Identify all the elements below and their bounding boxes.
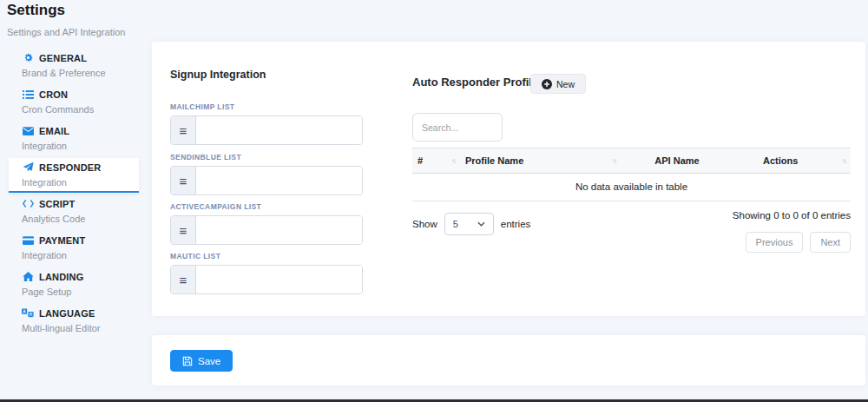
pagination-summary: Showing 0 to 0 of 0 entries [733, 210, 851, 221]
auto-responder-section: Auto Responder Profile New #↑↓ Profile N… [412, 42, 851, 316]
responder-table: #↑↓ Profile Name↑↓ API Name Actions↑↓ No… [412, 148, 851, 201]
empty-table-message: No data available in table [412, 174, 851, 201]
credit-card-icon [22, 234, 34, 246]
sidebar-item-label: LANDING [39, 272, 84, 282]
sidebar-item-cron[interactable]: CRON Cron Commands [0, 85, 146, 122]
page-title: Settings [7, 2, 125, 19]
sidebar-item-email[interactable]: EMAIL Integration [0, 122, 146, 158]
settings-main-card: Signup Integration MAILCHIMP LIST ≡ SEND… [152, 42, 865, 316]
empty-table-row: No data available in table [412, 174, 851, 201]
column-header-api-name[interactable]: API Name [621, 148, 733, 174]
sidebar-item-sublabel: Brand & Preference [22, 68, 146, 78]
pagination-controls: Previous Next [746, 232, 851, 253]
entries-label: entries [501, 219, 531, 229]
mautic-list-field: MAUTIC LIST ≡ [170, 252, 363, 294]
column-header-actions[interactable]: Actions↑↓ [733, 148, 851, 174]
sendinblue-list-field: SENDINBLUE LIST ≡ [170, 153, 363, 195]
new-button-label: New [556, 79, 575, 89]
column-header-index[interactable]: #↑↓ [412, 148, 460, 174]
field-label: SENDINBLUE LIST [170, 153, 363, 161]
page-header: Settings Settings and API Integration [7, 2, 125, 37]
save-button[interactable]: Save [170, 350, 233, 372]
list-addon-icon: ≡ [171, 116, 196, 144]
activecampaign-list-field: ACTIVECAMPAIGN LIST ≡ [170, 202, 363, 245]
field-label: MAILCHIMP LIST [170, 102, 363, 111]
activecampaign-list-input[interactable] [196, 216, 362, 244]
code-icon [22, 198, 34, 209]
chevron-down-icon [477, 221, 485, 227]
sendinblue-list-input[interactable] [196, 167, 362, 194]
sidebar-item-sublabel: Page Setup [22, 287, 146, 297]
auto-responder-heading: Auto Responder Profile [412, 76, 538, 89]
save-button-label: Save [198, 356, 220, 366]
list-addon-icon: ≡ [171, 216, 196, 244]
sidebar-item-sublabel: Cron Commands [22, 104, 146, 115]
sidebar-item-sublabel: Multi-lingual Editor [22, 323, 146, 333]
sidebar-item-language[interactable]: LANGUAGE Multi-lingual Editor [0, 304, 146, 340]
sidebar-item-payment[interactable]: PAYMENT Integration [0, 231, 146, 267]
sidebar-item-sublabel: Integration [22, 141, 146, 151]
plus-circle-icon [542, 79, 552, 89]
show-label: Show [412, 219, 437, 229]
sidebar-item-label: CRON [39, 89, 68, 100]
settings-sidebar: GENERAL Brand & Preference CRON Cron Com… [0, 49, 146, 340]
task-list-icon [22, 89, 34, 100]
search-input[interactable] [412, 113, 503, 142]
save-disk-icon [182, 356, 193, 366]
mailchimp-list-input[interactable] [196, 116, 362, 144]
list-addon-icon: ≡ [171, 266, 196, 293]
field-label: ACTIVECAMPAIGN LIST [170, 202, 363, 211]
signup-integration-section: Signup Integration MAILCHIMP LIST ≡ SEND… [170, 42, 363, 316]
sort-icon: ↑↓ [842, 157, 845, 165]
list-addon-icon: ≡ [171, 167, 196, 194]
sidebar-item-label: GENERAL [39, 53, 87, 63]
sidebar-item-label: LANGUAGE [39, 308, 95, 319]
paper-plane-icon [22, 161, 34, 173]
next-button[interactable]: Next [810, 232, 851, 253]
sidebar-item-landing[interactable]: LANDING Page Setup [0, 267, 146, 304]
mailchimp-list-field: MAILCHIMP LIST ≡ [170, 102, 363, 145]
new-profile-button[interactable]: New [530, 74, 586, 94]
field-label: MAUTIC LIST [170, 252, 363, 260]
signup-integration-heading: Signup Integration [170, 69, 266, 81]
sidebar-item-script[interactable]: SCRIPT Analytics Code [0, 194, 146, 231]
sidebar-item-label: PAYMENT [39, 235, 85, 246]
mautic-list-input[interactable] [196, 266, 362, 293]
save-card: Save [152, 335, 865, 386]
page-subtitle: Settings and API Integration [7, 27, 125, 37]
sidebar-item-label: EMAIL [39, 126, 69, 136]
translate-icon [22, 307, 34, 319]
home-icon [22, 271, 34, 282]
sidebar-item-general[interactable]: GENERAL Brand & Preference [0, 49, 146, 85]
sidebar-item-label: RESPONDER [39, 162, 101, 173]
sidebar-item-responder[interactable]: RESPONDER Integration [9, 158, 139, 193]
page-size-control: Show 5 entries [412, 213, 530, 235]
page-size-select[interactable]: 5 [444, 213, 494, 235]
gear-icon [22, 52, 34, 63]
sort-icon: ↑↓ [612, 157, 615, 165]
sidebar-item-sublabel: Integration [22, 177, 139, 188]
envelope-icon [22, 125, 34, 136]
sidebar-item-sublabel: Analytics Code [22, 214, 146, 224]
sort-icon: ↑↓ [451, 157, 455, 165]
sidebar-item-sublabel: Integration [22, 250, 146, 260]
sidebar-item-label: SCRIPT [39, 199, 76, 209]
previous-button[interactable]: Previous [746, 232, 804, 253]
column-header-profile-name[interactable]: Profile Name↑↓ [460, 148, 621, 174]
